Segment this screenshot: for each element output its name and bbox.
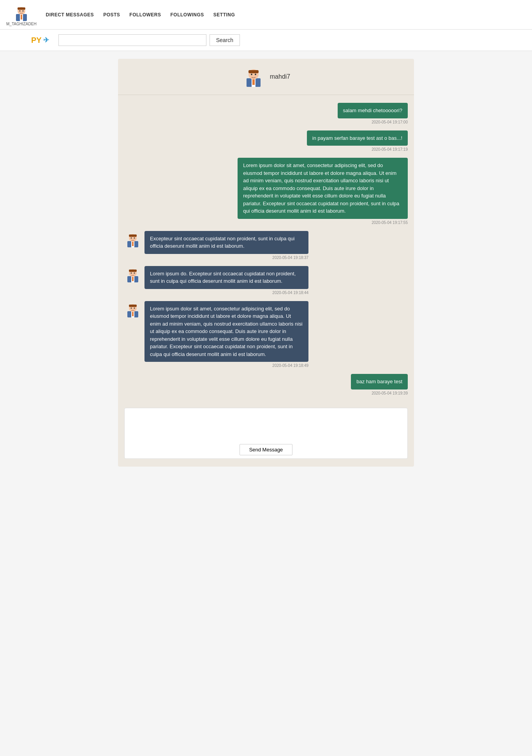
messages-area: salam mehdi chetooooori? 2020-05-04 19:1… bbox=[118, 95, 414, 403]
app-logo: PY ✈ bbox=[31, 36, 49, 45]
svg-rect-4 bbox=[18, 7, 25, 10]
message-timestamp: 2020-05-04 19:19:39 bbox=[372, 391, 408, 395]
message-bubble: Lorem ipsum do. Excepteur sint occaecat … bbox=[144, 266, 308, 289]
message-input[interactable] bbox=[126, 410, 406, 441]
message-bubble: Lorem ipsum dolor sit amet, consectetur … bbox=[238, 158, 408, 219]
send-message-button[interactable]: Send Message bbox=[240, 444, 293, 455]
svg-rect-32 bbox=[129, 305, 137, 307]
navbar: M_TAGHIZADEH DIRECT MESSAGES POSTS FOLLO… bbox=[0, 0, 532, 30]
logo-py: PY bbox=[31, 36, 42, 45]
message-sent: in payam serfan baraye test ast o bas...… bbox=[307, 130, 408, 152]
svg-rect-18 bbox=[129, 234, 137, 237]
svg-point-13 bbox=[255, 74, 256, 75]
nav-setting[interactable]: SETTING bbox=[213, 12, 235, 18]
svg-point-26 bbox=[131, 272, 132, 273]
main-content: mahdi7 salam mehdi chetooooori? 2020-05-… bbox=[0, 51, 532, 474]
send-btn-row: Send Message bbox=[126, 441, 406, 457]
svg-point-27 bbox=[134, 272, 135, 273]
svg-point-33 bbox=[131, 307, 132, 308]
svg-rect-16 bbox=[132, 242, 134, 246]
nav-followers[interactable]: FOLLOWERS bbox=[129, 12, 161, 18]
message-content: Excepteur sint occaecat cupidatat non pr… bbox=[144, 231, 308, 260]
logo-arrow-icon: ✈ bbox=[43, 36, 49, 44]
message-received: Lorem ipsum do. Excepteur sint occaecat … bbox=[124, 266, 308, 295]
message-bubble: Excepteur sint occaecat cupidatat non pr… bbox=[144, 231, 308, 254]
search-button[interactable]: Search bbox=[210, 34, 240, 46]
svg-rect-30 bbox=[132, 312, 134, 316]
svg-rect-25 bbox=[129, 270, 137, 272]
nav-links: DIRECT MESSAGES POSTS FOLLOWERS FOLLOWIN… bbox=[46, 12, 235, 18]
message-content: Lorem ipsum do. Excepteur sint occaecat … bbox=[144, 266, 308, 295]
navbar-username: M_TAGHIZADEH bbox=[6, 22, 37, 26]
chat-recipient-name: mahdi7 bbox=[270, 73, 290, 80]
message-timestamp: 2020-05-04 19:17:55 bbox=[372, 220, 408, 225]
message-bubble: Lorem ipsum dolor sit amet, consectetur … bbox=[144, 301, 308, 362]
message-timestamp: 2020-05-04 19:17:00 bbox=[372, 120, 408, 124]
svg-rect-11 bbox=[248, 70, 259, 73]
recipient-avatar-icon bbox=[242, 65, 265, 88]
search-bar-area: PY ✈ Search bbox=[0, 30, 532, 51]
svg-point-19 bbox=[131, 237, 132, 238]
svg-rect-9 bbox=[252, 79, 255, 85]
svg-point-5 bbox=[19, 11, 20, 12]
message-timestamp: 2020-05-04 19:18:49 bbox=[144, 363, 308, 368]
sender-avatar-icon bbox=[124, 266, 141, 283]
message-sent: baz ham baraye test 2020-05-04 19:19:39 bbox=[351, 374, 408, 395]
sender-avatar-icon bbox=[124, 301, 141, 318]
svg-point-6 bbox=[22, 11, 23, 12]
message-timestamp: 2020-05-04 19:18:37 bbox=[144, 256, 308, 260]
message-bubble: salam mehdi chetooooori? bbox=[338, 103, 408, 118]
chat-container: mahdi7 salam mehdi chetooooori? 2020-05-… bbox=[118, 59, 414, 467]
message-timestamp: 2020-05-04 19:17:19 bbox=[372, 147, 408, 152]
nav-followings[interactable]: FOLLOWINGS bbox=[170, 12, 204, 18]
message-bubble: baz ham baraye test bbox=[351, 374, 408, 389]
message-sent: Lorem ipsum dolor sit amet, consectetur … bbox=[238, 158, 408, 225]
svg-point-12 bbox=[251, 74, 252, 75]
message-timestamp: 2020-05-04 19:18:44 bbox=[144, 291, 308, 295]
nav-posts[interactable]: POSTS bbox=[103, 12, 120, 18]
svg-point-20 bbox=[134, 237, 135, 238]
svg-rect-2 bbox=[21, 15, 22, 19]
chat-header: mahdi7 bbox=[118, 59, 414, 95]
svg-rect-23 bbox=[132, 277, 134, 281]
nav-direct-messages[interactable]: DIRECT MESSAGES bbox=[46, 12, 94, 18]
message-received: Excepteur sint occaecat cupidatat non pr… bbox=[124, 231, 308, 260]
sender-avatar-icon bbox=[124, 231, 141, 248]
message-received: Lorem ipsum dolor sit amet, consectetur … bbox=[124, 301, 308, 368]
message-bubble: in payam serfan baraye test ast o bas...… bbox=[307, 130, 408, 146]
user-avatar-icon bbox=[12, 3, 31, 22]
chat-input-area: Send Message bbox=[124, 408, 408, 459]
message-content: Lorem ipsum dolor sit amet, consectetur … bbox=[144, 301, 308, 368]
svg-point-34 bbox=[134, 307, 135, 308]
message-sent: salam mehdi chetooooori? 2020-05-04 19:1… bbox=[338, 103, 408, 124]
navbar-brand[interactable]: M_TAGHIZADEH bbox=[6, 3, 37, 26]
search-input[interactable] bbox=[58, 34, 206, 46]
